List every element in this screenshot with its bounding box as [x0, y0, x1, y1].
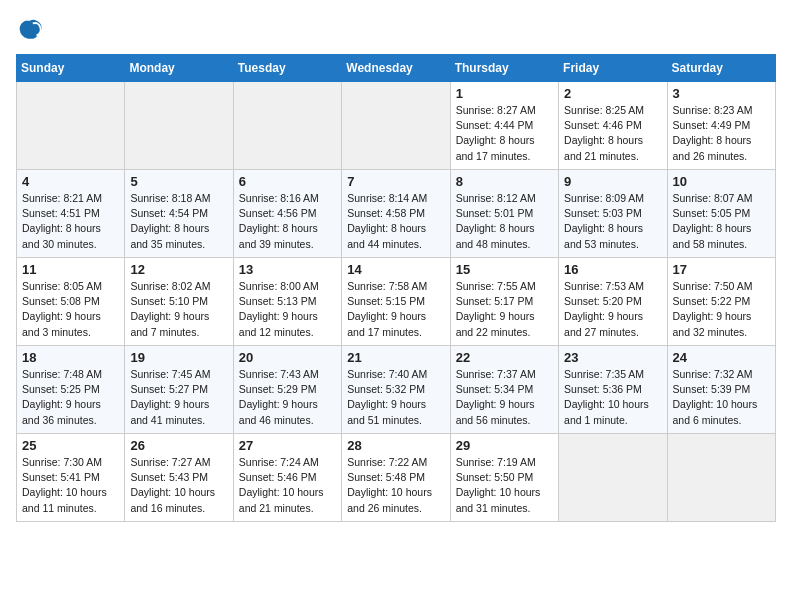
day-number: 16 [564, 262, 661, 277]
day-cell: 29Sunrise: 7:19 AM Sunset: 5:50 PM Dayli… [450, 434, 558, 522]
day-info: Sunrise: 7:30 AM Sunset: 5:41 PM Dayligh… [22, 455, 119, 516]
day-cell: 23Sunrise: 7:35 AM Sunset: 5:36 PM Dayli… [559, 346, 667, 434]
day-number: 18 [22, 350, 119, 365]
day-info: Sunrise: 7:40 AM Sunset: 5:32 PM Dayligh… [347, 367, 444, 428]
day-number: 12 [130, 262, 227, 277]
day-cell: 21Sunrise: 7:40 AM Sunset: 5:32 PM Dayli… [342, 346, 450, 434]
day-cell: 14Sunrise: 7:58 AM Sunset: 5:15 PM Dayli… [342, 258, 450, 346]
day-number: 9 [564, 174, 661, 189]
day-cell: 16Sunrise: 7:53 AM Sunset: 5:20 PM Dayli… [559, 258, 667, 346]
day-info: Sunrise: 7:32 AM Sunset: 5:39 PM Dayligh… [673, 367, 770, 428]
day-info: Sunrise: 8:27 AM Sunset: 4:44 PM Dayligh… [456, 103, 553, 164]
day-number: 20 [239, 350, 336, 365]
day-number: 17 [673, 262, 770, 277]
day-number: 28 [347, 438, 444, 453]
day-number: 24 [673, 350, 770, 365]
day-info: Sunrise: 8:12 AM Sunset: 5:01 PM Dayligh… [456, 191, 553, 252]
day-info: Sunrise: 8:02 AM Sunset: 5:10 PM Dayligh… [130, 279, 227, 340]
day-number: 26 [130, 438, 227, 453]
day-info: Sunrise: 7:27 AM Sunset: 5:43 PM Dayligh… [130, 455, 227, 516]
day-number: 10 [673, 174, 770, 189]
day-number: 1 [456, 86, 553, 101]
day-number: 27 [239, 438, 336, 453]
day-cell: 28Sunrise: 7:22 AM Sunset: 5:48 PM Dayli… [342, 434, 450, 522]
col-header-saturday: Saturday [667, 55, 775, 82]
day-number: 14 [347, 262, 444, 277]
day-cell: 15Sunrise: 7:55 AM Sunset: 5:17 PM Dayli… [450, 258, 558, 346]
day-number: 19 [130, 350, 227, 365]
day-info: Sunrise: 8:00 AM Sunset: 5:13 PM Dayligh… [239, 279, 336, 340]
day-cell [125, 82, 233, 170]
day-info: Sunrise: 7:35 AM Sunset: 5:36 PM Dayligh… [564, 367, 661, 428]
col-header-monday: Monday [125, 55, 233, 82]
day-cell: 4Sunrise: 8:21 AM Sunset: 4:51 PM Daylig… [17, 170, 125, 258]
day-cell: 8Sunrise: 8:12 AM Sunset: 5:01 PM Daylig… [450, 170, 558, 258]
day-info: Sunrise: 8:09 AM Sunset: 5:03 PM Dayligh… [564, 191, 661, 252]
day-cell: 10Sunrise: 8:07 AM Sunset: 5:05 PM Dayli… [667, 170, 775, 258]
day-cell: 5Sunrise: 8:18 AM Sunset: 4:54 PM Daylig… [125, 170, 233, 258]
day-cell: 13Sunrise: 8:00 AM Sunset: 5:13 PM Dayli… [233, 258, 341, 346]
week-row-2: 4Sunrise: 8:21 AM Sunset: 4:51 PM Daylig… [17, 170, 776, 258]
day-info: Sunrise: 7:22 AM Sunset: 5:48 PM Dayligh… [347, 455, 444, 516]
day-cell: 24Sunrise: 7:32 AM Sunset: 5:39 PM Dayli… [667, 346, 775, 434]
day-info: Sunrise: 7:45 AM Sunset: 5:27 PM Dayligh… [130, 367, 227, 428]
day-number: 6 [239, 174, 336, 189]
week-row-3: 11Sunrise: 8:05 AM Sunset: 5:08 PM Dayli… [17, 258, 776, 346]
day-cell: 1Sunrise: 8:27 AM Sunset: 4:44 PM Daylig… [450, 82, 558, 170]
day-cell: 3Sunrise: 8:23 AM Sunset: 4:49 PM Daylig… [667, 82, 775, 170]
calendar-table: SundayMondayTuesdayWednesdayThursdayFrid… [16, 54, 776, 522]
col-header-friday: Friday [559, 55, 667, 82]
day-cell: 17Sunrise: 7:50 AM Sunset: 5:22 PM Dayli… [667, 258, 775, 346]
day-info: Sunrise: 7:55 AM Sunset: 5:17 PM Dayligh… [456, 279, 553, 340]
day-info: Sunrise: 8:07 AM Sunset: 5:05 PM Dayligh… [673, 191, 770, 252]
week-row-1: 1Sunrise: 8:27 AM Sunset: 4:44 PM Daylig… [17, 82, 776, 170]
day-info: Sunrise: 8:14 AM Sunset: 4:58 PM Dayligh… [347, 191, 444, 252]
day-info: Sunrise: 7:58 AM Sunset: 5:15 PM Dayligh… [347, 279, 444, 340]
day-number: 7 [347, 174, 444, 189]
day-cell [342, 82, 450, 170]
day-cell: 27Sunrise: 7:24 AM Sunset: 5:46 PM Dayli… [233, 434, 341, 522]
day-cell: 25Sunrise: 7:30 AM Sunset: 5:41 PM Dayli… [17, 434, 125, 522]
day-cell: 18Sunrise: 7:48 AM Sunset: 5:25 PM Dayli… [17, 346, 125, 434]
day-number: 3 [673, 86, 770, 101]
day-cell [667, 434, 775, 522]
day-cell: 26Sunrise: 7:27 AM Sunset: 5:43 PM Dayli… [125, 434, 233, 522]
logo [16, 16, 50, 44]
day-number: 5 [130, 174, 227, 189]
day-info: Sunrise: 8:21 AM Sunset: 4:51 PM Dayligh… [22, 191, 119, 252]
day-number: 22 [456, 350, 553, 365]
week-row-4: 18Sunrise: 7:48 AM Sunset: 5:25 PM Dayli… [17, 346, 776, 434]
day-cell: 11Sunrise: 8:05 AM Sunset: 5:08 PM Dayli… [17, 258, 125, 346]
day-cell: 22Sunrise: 7:37 AM Sunset: 5:34 PM Dayli… [450, 346, 558, 434]
logo-icon [16, 16, 44, 44]
day-info: Sunrise: 8:23 AM Sunset: 4:49 PM Dayligh… [673, 103, 770, 164]
day-number: 23 [564, 350, 661, 365]
day-cell: 12Sunrise: 8:02 AM Sunset: 5:10 PM Dayli… [125, 258, 233, 346]
col-header-sunday: Sunday [17, 55, 125, 82]
day-number: 15 [456, 262, 553, 277]
day-cell: 20Sunrise: 7:43 AM Sunset: 5:29 PM Dayli… [233, 346, 341, 434]
day-cell: 19Sunrise: 7:45 AM Sunset: 5:27 PM Dayli… [125, 346, 233, 434]
day-cell [17, 82, 125, 170]
day-number: 13 [239, 262, 336, 277]
day-info: Sunrise: 8:25 AM Sunset: 4:46 PM Dayligh… [564, 103, 661, 164]
day-cell [233, 82, 341, 170]
col-header-wednesday: Wednesday [342, 55, 450, 82]
day-info: Sunrise: 7:53 AM Sunset: 5:20 PM Dayligh… [564, 279, 661, 340]
day-number: 2 [564, 86, 661, 101]
day-info: Sunrise: 7:37 AM Sunset: 5:34 PM Dayligh… [456, 367, 553, 428]
calendar-header-row: SundayMondayTuesdayWednesdayThursdayFrid… [17, 55, 776, 82]
day-number: 8 [456, 174, 553, 189]
day-info: Sunrise: 7:19 AM Sunset: 5:50 PM Dayligh… [456, 455, 553, 516]
day-cell: 2Sunrise: 8:25 AM Sunset: 4:46 PM Daylig… [559, 82, 667, 170]
day-info: Sunrise: 7:24 AM Sunset: 5:46 PM Dayligh… [239, 455, 336, 516]
day-cell: 6Sunrise: 8:16 AM Sunset: 4:56 PM Daylig… [233, 170, 341, 258]
day-cell: 7Sunrise: 8:14 AM Sunset: 4:58 PM Daylig… [342, 170, 450, 258]
day-number: 29 [456, 438, 553, 453]
day-number: 11 [22, 262, 119, 277]
col-header-tuesday: Tuesday [233, 55, 341, 82]
day-info: Sunrise: 7:48 AM Sunset: 5:25 PM Dayligh… [22, 367, 119, 428]
day-number: 21 [347, 350, 444, 365]
day-info: Sunrise: 8:18 AM Sunset: 4:54 PM Dayligh… [130, 191, 227, 252]
day-number: 25 [22, 438, 119, 453]
